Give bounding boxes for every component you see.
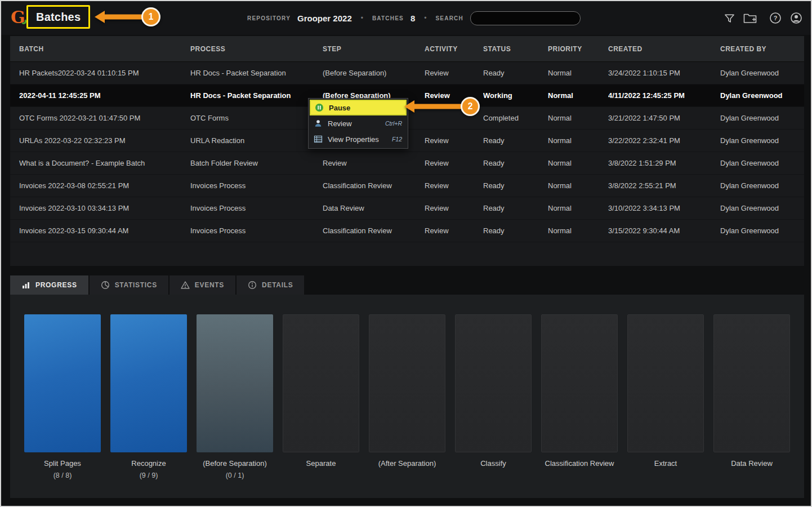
- cell-activity: Review: [425, 226, 483, 235]
- separator-dot: •: [359, 14, 365, 22]
- menu-item-shortcut: Ctrl+R: [385, 120, 407, 127]
- progress-card[interactable]: Extract: [627, 314, 704, 479]
- page-title-highlight-box: Batches: [26, 5, 90, 29]
- arrow-left-icon: [95, 8, 142, 25]
- cell-status: Ready: [483, 181, 548, 190]
- cell-priority: Normal: [548, 204, 608, 212]
- add-folder-icon[interactable]: [743, 11, 757, 25]
- column-header-status[interactable]: STATUS: [483, 45, 548, 53]
- table-row[interactable]: Invoices 2022-03-15 09:30:44 AM Invoices…: [10, 220, 804, 242]
- column-header-created[interactable]: CREATED: [608, 45, 720, 53]
- batches-count: 8: [411, 14, 415, 23]
- cell-created-by: Dylan Greenwood: [720, 114, 804, 122]
- column-header-activity[interactable]: ACTIVITY: [425, 45, 483, 53]
- progress-card[interactable]: Classification Review: [541, 314, 618, 479]
- progress-card[interactable]: (Before Separation) (0 / 1): [197, 314, 273, 479]
- search-input[interactable]: [470, 11, 581, 25]
- cell-status: Ready: [483, 204, 548, 212]
- tab-label: STATISTICS: [115, 281, 157, 289]
- progress-card[interactable]: Data Review: [713, 314, 790, 479]
- bar-chart-icon: [21, 281, 30, 290]
- pie-chart-icon: [101, 281, 110, 290]
- progress-card-face: [24, 314, 101, 452]
- cell-created: 3/8/2022 2:55:21 PM: [608, 181, 720, 190]
- batches-label: BATCHES: [372, 15, 404, 21]
- progress-card-face: [283, 314, 359, 452]
- table-row[interactable]: Invoices 2022-03-10 03:34:13 PM Invoices…: [10, 197, 804, 220]
- column-header-created-by[interactable]: CREATED BY: [720, 45, 804, 53]
- bottom-tabbar: PROGRESS STATISTICS EVENTS D: [10, 275, 304, 295]
- column-header-process[interactable]: PROCESS: [190, 45, 323, 53]
- header-actions: ?: [722, 1, 803, 35]
- progress-card-face: [713, 314, 790, 452]
- repository-label: REPOSITORY: [247, 15, 291, 21]
- cell-step: Classification Review: [323, 226, 425, 235]
- cell-process: HR Docs - Packet Separation: [190, 69, 323, 77]
- cell-status: Ready: [483, 159, 548, 167]
- progress-card[interactable]: Separate: [283, 314, 359, 479]
- progress-card-label: Classification Review: [541, 459, 618, 468]
- menu-item-label: Review: [328, 119, 352, 128]
- cell-created: 3/8/2022 1:51:29 PM: [608, 159, 720, 167]
- cell-status: Ready: [483, 69, 548, 77]
- pause-icon: [314, 103, 324, 112]
- menu-item-label: Pause: [329, 104, 350, 112]
- cell-created: 3/21/2022 1:47:50 PM: [608, 114, 720, 122]
- column-header-step[interactable]: STEP: [323, 45, 425, 53]
- cell-created-by: Dylan Greenwood: [720, 69, 804, 77]
- progress-card-label: (After Separation): [369, 459, 445, 468]
- app-window: G Batches REPOSITORY Grooper 2022 • BATC…: [0, 0, 812, 507]
- cell-activity: Review: [425, 204, 483, 212]
- cell-priority: Normal: [548, 114, 608, 122]
- cell-status: Ready: [483, 226, 548, 235]
- column-header-priority[interactable]: PRIORITY: [548, 45, 608, 53]
- cell-created-by: Dylan Greenwood: [720, 226, 804, 235]
- cell-created: 3/24/2022 1:10:15 PM: [608, 69, 720, 77]
- cell-created-by: Dylan Greenwood: [720, 159, 804, 167]
- column-header-batch[interactable]: BATCH: [19, 45, 190, 53]
- cell-activity: Review: [425, 181, 483, 190]
- progress-card-face: [541, 314, 618, 452]
- cell-priority: Normal: [548, 159, 608, 167]
- progress-card-label: Extract: [627, 459, 704, 468]
- help-icon[interactable]: ?: [769, 11, 782, 25]
- cell-step: Data Review: [323, 204, 425, 212]
- tab-progress[interactable]: PROGRESS: [10, 275, 88, 295]
- filter-icon[interactable]: [722, 11, 736, 25]
- cell-priority: Normal: [548, 226, 608, 235]
- tab-events[interactable]: EVENTS: [169, 275, 235, 295]
- progress-card[interactable]: Split Pages (8 / 8): [24, 314, 101, 479]
- progress-card[interactable]: Classify: [455, 314, 532, 479]
- warning-icon: [181, 281, 190, 290]
- cell-created-by: Dylan Greenwood: [720, 91, 804, 100]
- menu-item-pause[interactable]: Pause: [310, 100, 407, 115]
- table-row[interactable]: HR Packets2022-03-24 01:10:15 PM HR Docs…: [10, 62, 804, 84]
- cell-process: Invoices Process: [190, 226, 323, 235]
- cell-batch: Invoices 2022-03-10 03:34:13 PM: [19, 204, 190, 212]
- cell-process: Invoices Process: [190, 181, 323, 190]
- cell-batch: What is a Document? - Example Batch: [19, 159, 190, 167]
- menu-item-review[interactable]: Review Ctrl+R: [310, 115, 407, 131]
- cell-created-by: Dylan Greenwood: [720, 181, 804, 190]
- progress-card-label: Separate: [283, 459, 359, 468]
- table-row[interactable]: What is a Document? - Example Batch Batc…: [10, 152, 804, 175]
- cell-step: Classification Review: [323, 181, 425, 190]
- repository-value: Grooper 2022: [297, 14, 352, 23]
- progress-card-face: [369, 314, 445, 452]
- menu-item-view-properties[interactable]: View Properties F12: [310, 131, 407, 147]
- table-row[interactable]: Invoices 2022-03-08 02:55:21 PM Invoices…: [10, 175, 804, 197]
- annotation-arrow-2: 2: [404, 97, 480, 116]
- review-person-icon: [313, 119, 323, 128]
- progress-card[interactable]: (After Separation): [369, 314, 445, 479]
- svg-text:?: ?: [774, 15, 778, 21]
- tab-statistics[interactable]: STATISTICS: [90, 275, 168, 295]
- progress-card[interactable]: Recognize (9 / 9): [110, 314, 187, 479]
- cell-batch: OTC Forms 2022-03-21 01:47:50 PM: [19, 114, 190, 122]
- cell-process: Invoices Process: [190, 204, 323, 212]
- user-icon[interactable]: [789, 11, 803, 25]
- progress-card-face: [455, 314, 532, 452]
- grooper-logo-accent: [21, 19, 26, 24]
- progress-card-label: Classify: [455, 459, 532, 468]
- tab-details[interactable]: DETAILS: [237, 275, 304, 295]
- page-title: Batches: [36, 11, 81, 24]
